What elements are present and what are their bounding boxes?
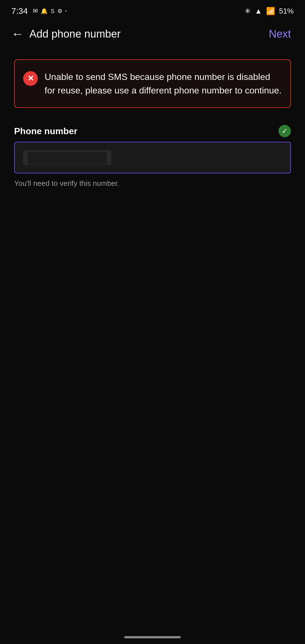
back-button[interactable]: ← <box>8 24 27 44</box>
status-icons: ✉ 🔔 S ⚙ • <box>33 7 66 15</box>
phone-input-value <box>23 150 111 165</box>
phone-number-label: Phone number <box>14 126 77 136</box>
app-bar: ← Add phone number Next <box>0 20 305 48</box>
phone-label-row: Phone number ✓ <box>14 125 291 137</box>
back-arrow-icon: ← <box>11 27 24 41</box>
status-bar-left: 7:34 ✉ 🔔 S ⚙ • <box>11 6 67 16</box>
redacted-phone <box>28 152 107 164</box>
shazam-icon: S <box>51 8 54 14</box>
check-icon: ✓ <box>278 125 291 137</box>
gmail-icon: ✉ <box>33 7 38 15</box>
main-content: ✕ Unable to send SMS because phone numbe… <box>0 48 305 644</box>
notification-icon: 🔔 <box>41 8 48 14</box>
signal-icon: 📶 <box>266 7 275 16</box>
error-circle-icon: ✕ <box>23 71 38 86</box>
helper-text: You'll need to verify this number. <box>14 179 291 188</box>
bluetooth-icon: ✳ <box>245 7 251 16</box>
page-title: Add phone number <box>29 28 263 40</box>
home-indicator <box>124 636 181 638</box>
status-bar: 7:34 ✉ 🔔 S ⚙ • ✳ ▲ 📶 51% <box>0 0 305 20</box>
wifi-icon: ▲ <box>255 7 262 16</box>
settings-icon: ⚙ <box>57 8 62 14</box>
next-button[interactable]: Next <box>263 25 297 43</box>
error-message: Unable to send SMS because phone number … <box>45 70 282 97</box>
dot-icon: • <box>65 9 67 13</box>
error-banner: ✕ Unable to send SMS because phone numbe… <box>14 59 291 108</box>
status-bar-right: ✳ ▲ 📶 51% <box>245 7 294 16</box>
x-icon: ✕ <box>27 75 34 82</box>
battery-indicator: 51% <box>279 7 294 16</box>
status-time: 7:34 <box>11 6 28 16</box>
error-icon-wrapper: ✕ <box>23 71 38 86</box>
phone-input-wrapper[interactable] <box>14 142 291 173</box>
checkmark-icon: ✓ <box>282 127 288 136</box>
